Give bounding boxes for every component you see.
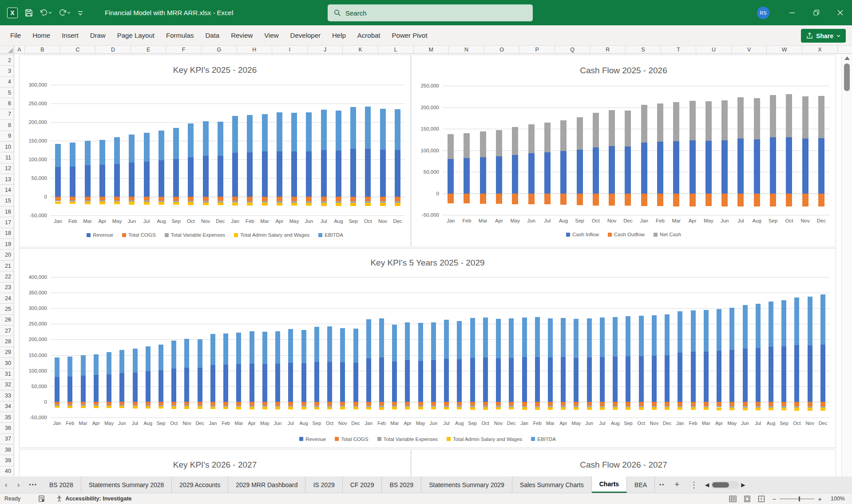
row-header-24[interactable]: 24 xyxy=(0,293,14,304)
customize-qat-button[interactable] xyxy=(77,10,83,16)
column-header-p[interactable]: P xyxy=(519,46,555,53)
horizontal-scroll-thumb[interactable] xyxy=(712,482,729,488)
row-header-22[interactable]: 22 xyxy=(0,271,14,282)
vertical-scrollbar[interactable] xyxy=(841,54,852,476)
row-header-18[interactable]: 18 xyxy=(0,228,14,239)
normal-view-button[interactable] xyxy=(729,496,737,502)
column-header-i[interactable]: I xyxy=(272,46,308,53)
column-header-q[interactable]: Q xyxy=(555,46,590,53)
row-header-34[interactable]: 34 xyxy=(0,401,14,412)
zoom-thumb[interactable] xyxy=(799,496,800,501)
row-header-12[interactable]: 12 xyxy=(0,163,14,174)
ribbon-tab-data[interactable]: Data xyxy=(199,25,225,45)
column-header-g[interactable]: G xyxy=(202,46,237,53)
close-button[interactable] xyxy=(828,0,852,25)
zoom-track[interactable] xyxy=(780,499,814,499)
chart-cashflow-2026-2027[interactable]: Cash Flow 2026 - 2027 xyxy=(411,449,836,476)
share-button[interactable]: Share xyxy=(801,29,846,43)
column-header-x[interactable]: X xyxy=(802,46,838,53)
sheet-tab-bea[interactable]: BEA xyxy=(627,476,655,493)
search-box[interactable]: Search xyxy=(328,4,533,21)
column-header-o[interactable]: O xyxy=(484,46,520,53)
row-header-26[interactable]: 26 xyxy=(0,315,14,325)
column-header-b[interactable]: B xyxy=(25,46,60,53)
sheet-tab-bs-2029[interactable]: BS 2029 xyxy=(382,476,421,493)
row-header-30[interactable]: 30 xyxy=(0,358,14,369)
ribbon-tab-power-pivot[interactable]: Power Pivot xyxy=(386,25,433,45)
undo-button[interactable] xyxy=(40,9,52,17)
row-header-36[interactable]: 36 xyxy=(0,423,14,433)
sheet-options-button[interactable]: ⋮ xyxy=(685,476,703,493)
column-header-n[interactable]: N xyxy=(449,46,484,53)
ribbon-tab-help[interactable]: Help xyxy=(326,25,352,45)
column-header-h[interactable]: H xyxy=(237,46,273,53)
column-header-r[interactable]: R xyxy=(590,46,626,53)
sheet-tab-charts[interactable]: Charts xyxy=(592,476,627,493)
column-header-l[interactable]: L xyxy=(378,46,414,53)
row-header-39[interactable]: 39 xyxy=(0,455,14,466)
row-header-37[interactable]: 37 xyxy=(0,434,14,444)
zoom-level[interactable]: 100% xyxy=(829,496,845,502)
ribbon-tab-view[interactable]: View xyxy=(258,25,284,45)
column-header-t[interactable]: T xyxy=(661,46,697,53)
column-header-e[interactable]: E xyxy=(131,46,166,53)
row-header-6[interactable]: 6 xyxy=(0,98,14,109)
sheet-tab-sales-summary-charts[interactable]: Sales Summary Charts xyxy=(512,476,592,493)
row-header-11[interactable]: 11 xyxy=(0,152,14,163)
maximize-restore-button[interactable] xyxy=(804,0,828,25)
chart-cashflow-2025-2026[interactable]: Cash Flow 2025 - 2026250,000200,000150,0… xyxy=(411,55,836,247)
row-header-21[interactable]: 21 xyxy=(0,261,14,271)
sheet-tab-cf-2029[interactable]: CF 2029 xyxy=(343,476,382,493)
row-header-7[interactable]: 7 xyxy=(0,109,14,120)
hscroll-right-arrow-icon[interactable]: ▶ xyxy=(741,482,745,488)
row-header-14[interactable]: 14 xyxy=(0,185,14,195)
save-button[interactable] xyxy=(25,9,33,17)
row-header-10[interactable]: 10 xyxy=(0,142,14,152)
ribbon-tab-acrobat[interactable]: Acrobat xyxy=(352,25,386,45)
row-header-8[interactable]: 8 xyxy=(0,120,14,131)
row-header-3[interactable]: 3 xyxy=(0,66,14,76)
scroll-up-arrow-icon[interactable] xyxy=(844,56,850,60)
row-header-16[interactable]: 16 xyxy=(0,206,14,217)
row-header-40[interactable]: 40 xyxy=(0,466,14,476)
page-layout-view-button[interactable] xyxy=(744,496,751,502)
new-sheet-button[interactable]: + xyxy=(670,476,685,493)
vertical-scroll-thumb[interactable] xyxy=(844,63,850,91)
column-header-m[interactable]: M xyxy=(414,46,449,53)
ribbon-tab-formulas[interactable]: Formulas xyxy=(160,25,200,45)
row-header-9[interactable]: 9 xyxy=(0,131,14,142)
row-header-19[interactable]: 19 xyxy=(0,239,14,250)
column-header-d[interactable]: D xyxy=(95,46,131,53)
page-break-preview-button[interactable] xyxy=(758,496,765,502)
column-header-f[interactable]: F xyxy=(166,46,202,53)
sheet-list-ellipsis-2[interactable]: •• xyxy=(655,476,669,493)
sheet-tab-is-2029[interactable]: IS 2029 xyxy=(305,476,342,493)
hscroll-left-arrow-icon[interactable]: ◀ xyxy=(705,482,709,488)
accessibility-status[interactable]: Accessibility: Investigate xyxy=(56,496,131,502)
row-header-28[interactable]: 28 xyxy=(0,336,14,347)
ribbon-tab-page-layout[interactable]: Page Layout xyxy=(111,25,160,45)
column-header-j[interactable]: J xyxy=(308,46,343,53)
sheet-tab-2029-mrr-dashboard[interactable]: 2029 MRR Dashboard xyxy=(228,476,305,493)
ribbon-tab-draw[interactable]: Draw xyxy=(84,25,111,45)
account-avatar[interactable]: RS xyxy=(757,7,769,19)
row-header-35[interactable]: 35 xyxy=(0,412,14,423)
zoom-out-button[interactable]: − xyxy=(772,495,776,503)
sheet-list-ellipsis[interactable]: ••• xyxy=(24,476,42,493)
select-all-corner[interactable] xyxy=(0,46,14,53)
row-header-20[interactable]: 20 xyxy=(0,250,14,260)
row-header-13[interactable]: 13 xyxy=(0,174,14,185)
hscroll-track[interactable] xyxy=(711,481,739,489)
row-header-5[interactable]: 5 xyxy=(0,87,14,98)
row-header-31[interactable]: 31 xyxy=(0,369,14,379)
row-header-25[interactable]: 25 xyxy=(0,304,14,314)
row-header-33[interactable]: 33 xyxy=(0,390,14,401)
sheet-tab-2029-accounts[interactable]: 2029 Accounts xyxy=(172,476,228,493)
ribbon-tab-home[interactable]: Home xyxy=(27,25,56,45)
redo-button[interactable] xyxy=(59,9,70,17)
row-header-23[interactable]: 23 xyxy=(0,282,14,293)
row-header-29[interactable]: 29 xyxy=(0,347,14,358)
zoom-in-button[interactable]: + xyxy=(818,495,822,503)
column-header-k[interactable]: K xyxy=(343,46,378,53)
sheet-tab-statements-summary-2029[interactable]: Statements Summary 2029 xyxy=(421,476,512,493)
